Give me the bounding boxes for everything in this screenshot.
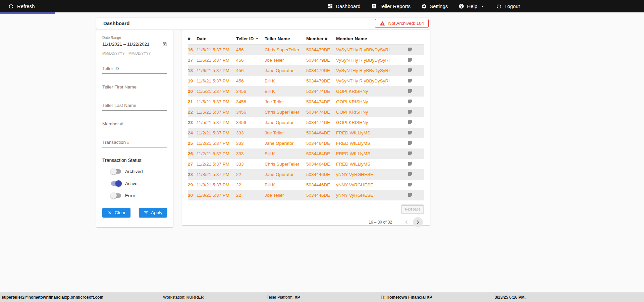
error-switch[interactable]	[111, 193, 121, 198]
row-member-number: 5034479DE	[306, 76, 336, 86]
next-page-button[interactable]: Next page	[402, 205, 423, 213]
nav-teller-reports[interactable]: Teller Reports	[371, 3, 411, 9]
nav-logout[interactable]: Logout	[496, 3, 520, 9]
table-row[interactable]: 20 11/5/21 5:37 PM 3456 Bill K 5034474DE…	[188, 86, 424, 97]
row-note-cell[interactable]	[407, 138, 424, 148]
date-range-label: Date Range	[102, 36, 167, 40]
row-note-cell[interactable]	[407, 159, 424, 169]
date-range-input[interactable]	[102, 40, 167, 49]
table-row[interactable]: 17 11/6/21 5:37 PM 456 Joe Teller 503447…	[188, 55, 424, 65]
row-date: 11/8/21 5:37 PM	[197, 190, 236, 200]
member-number-input[interactable]	[102, 119, 167, 129]
toggle-archived[interactable]: Archived	[111, 168, 167, 175]
row-note-cell[interactable]	[407, 117, 424, 128]
teller-first-name-input[interactable]	[102, 82, 167, 92]
note-icon[interactable]	[408, 68, 413, 73]
nav-settings[interactable]: Settings	[421, 3, 448, 9]
pagination-range: 16 – 30 of 32	[369, 220, 392, 225]
fi-label: FI:	[381, 295, 385, 300]
table-row[interactable]: 16 11/6/21 5:37 PM 456 Chris SuperTeller…	[188, 45, 424, 55]
row-note-cell[interactable]	[407, 128, 424, 138]
row-teller-name: Jane Operator	[265, 65, 306, 76]
row-teller-name: Bill K	[265, 180, 306, 190]
note-icon[interactable]	[408, 78, 413, 83]
row-note-cell[interactable]	[407, 97, 424, 107]
table-row[interactable]: 29 11/8/21 5:37 PM 22 Bill K 5034446DE y…	[188, 180, 424, 190]
nav-help[interactable]: Help	[459, 3, 485, 9]
table-row[interactable]: 22 11/5/21 5:37 PM 3456 Chris SuperTelle…	[188, 107, 424, 117]
transaction-number-input[interactable]	[102, 138, 167, 147]
row-note-cell[interactable]	[407, 76, 424, 86]
previous-page-chevron[interactable]	[403, 219, 410, 226]
refresh-button[interactable]: Refresh	[0, 0, 43, 12]
row-member-name: yNNY VyRGHESE	[336, 169, 407, 180]
note-icon[interactable]	[408, 161, 413, 166]
note-icon[interactable]	[408, 151, 413, 156]
row-note-cell[interactable]	[407, 190, 424, 200]
fi-value: Hometown Financial XP	[386, 295, 432, 300]
next-page-chevron[interactable]	[413, 217, 423, 227]
apply-button[interactable]: Apply	[139, 208, 167, 218]
note-icon[interactable]	[408, 192, 413, 197]
sort-desc-icon	[254, 36, 260, 41]
status-bar: superteller2@hometownfinancialxp.onmicro…	[0, 292, 644, 302]
row-note-cell[interactable]	[407, 65, 424, 76]
note-icon[interactable]	[408, 172, 413, 177]
table-row[interactable]: 28 11/8/21 5:37 PM 22 Jane Operator 5034…	[188, 169, 424, 180]
archived-switch[interactable]	[111, 169, 121, 174]
row-member-number: 5034446DE	[306, 169, 336, 180]
note-icon[interactable]	[408, 140, 413, 145]
table-row[interactable]: 18 11/6/21 5:37 PM 456 Jane Operator 503…	[188, 65, 424, 76]
date-range-hint: MM/DD/YYYY – MM/DD/YYYY	[102, 51, 167, 55]
note-icon[interactable]	[408, 47, 413, 52]
row-teller-name: Joe Teller	[265, 190, 306, 200]
not-archived-badge[interactable]: Not Archived: 104	[375, 19, 429, 28]
table-row[interactable]: 27 11/2/21 5:37 PM 333 Chris SuperTeller…	[188, 159, 424, 169]
note-icon[interactable]	[408, 57, 413, 62]
clear-button[interactable]: Clear	[102, 208, 130, 218]
row-member-name: FRED WILLlyMS	[336, 128, 407, 138]
col-member-number[interactable]: Member #	[306, 34, 336, 45]
toggle-error[interactable]: Error	[111, 192, 167, 199]
row-note-cell[interactable]	[407, 55, 424, 65]
active-switch[interactable]	[111, 181, 121, 186]
row-member-name: VySyNTHy R yBByDySyRI	[336, 76, 407, 86]
table-row[interactable]: 26 11/2/21 5:37 PM 333 Bill K 5034464DE …	[188, 148, 424, 159]
row-member-name: VySyNTHy R yBByDySyRI	[336, 45, 407, 55]
row-member-number: 5034446DE	[306, 190, 336, 200]
col-member-name[interactable]: Member Name	[336, 34, 407, 45]
col-teller-id[interactable]: Teller ID	[236, 34, 265, 45]
note-icon[interactable]	[408, 120, 413, 125]
note-icon[interactable]	[408, 109, 413, 114]
table-row[interactable]: 24 11/2/21 5:37 PM 333 Joe Teller 503446…	[188, 128, 424, 138]
row-member-name: FRED WILLlyMS	[336, 148, 407, 159]
nav-dashboard[interactable]: Dashboard	[327, 3, 360, 9]
table-row[interactable]: 30 11/8/21 5:37 PM 22 Joe Teller 5034446…	[188, 190, 424, 200]
row-note-cell[interactable]	[407, 148, 424, 159]
table-row[interactable]: 25 11/2/21 5:37 PM 333 Jane Operator 503…	[188, 138, 424, 148]
calendar-icon[interactable]	[162, 42, 167, 47]
table-row[interactable]: 21 11/5/21 5:37 PM 3456 Joe Teller 50344…	[188, 97, 424, 107]
row-teller-id: 22	[236, 190, 265, 200]
note-icon[interactable]	[408, 182, 413, 187]
teller-id-input[interactable]	[102, 64, 167, 74]
col-teller-name[interactable]: Teller Name	[265, 34, 306, 45]
switch-thumb	[110, 168, 117, 175]
row-note-cell[interactable]	[407, 169, 424, 180]
row-note-cell[interactable]	[407, 107, 424, 117]
row-member-name: GOPI KRISHNy	[336, 86, 407, 97]
row-note-cell[interactable]	[407, 45, 424, 55]
note-icon[interactable]	[408, 88, 413, 94]
note-icon[interactable]	[408, 130, 413, 135]
row-teller-id: 456	[236, 45, 265, 55]
table-row[interactable]: 23 11/5/21 5:37 PM 3456 Jane Operator 50…	[188, 117, 424, 128]
col-number[interactable]: #	[188, 34, 197, 45]
table-row[interactable]: 19 11/6/21 5:37 PM 456 Bill K 5034479DE …	[188, 76, 424, 86]
row-teller-id: 456	[236, 65, 265, 76]
toggle-active[interactable]: Active	[111, 180, 167, 187]
row-note-cell[interactable]	[407, 180, 424, 190]
note-icon[interactable]	[408, 99, 413, 104]
col-date[interactable]: Date	[197, 34, 236, 45]
row-note-cell[interactable]	[407, 86, 424, 97]
teller-last-name-input[interactable]	[102, 101, 167, 111]
